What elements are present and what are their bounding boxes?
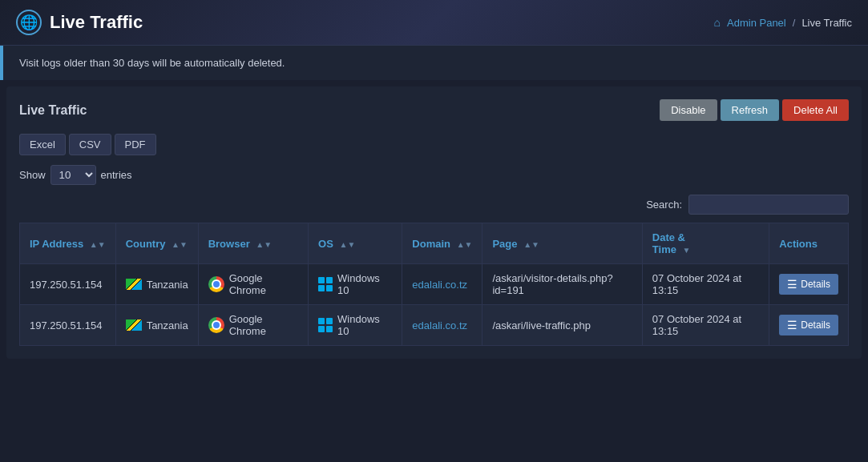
browser-name: Google Chrome [229,272,298,296]
col-page[interactable]: Page ▲▼ [482,223,642,264]
sort-icon-datetime: ▼ [683,246,691,255]
show-entries: Show 10 25 50 100 entries [19,165,849,185]
col-domain[interactable]: Domain ▲▼ [402,223,482,264]
breadcrumb: ⌂ Admin Panel / Live Traffic [714,16,852,29]
details-button[interactable]: ☰Details [779,315,838,335]
col-os-label: OS [318,238,333,250]
cell-country: Tanzania [115,305,198,346]
disable-button[interactable]: Disable [660,99,717,121]
header-left: 🌐 Live Traffic [16,10,143,35]
cell-domain: edalali.co.tz [402,305,482,346]
details-label: Details [801,279,830,290]
os-name: Windows 10 [337,313,392,337]
sort-icon-domain: ▲▼ [457,240,473,249]
info-banner: Visit logs older than 30 days will be au… [0,46,868,80]
sort-icon-page: ▲▼ [523,240,539,249]
delete-all-button[interactable]: Delete All [782,99,849,121]
page-header: 🌐 Live Traffic ⌂ Admin Panel / Live Traf… [0,0,868,46]
table-row: 197.250.51.154TanzaniaGoogle ChromeWindo… [20,305,849,346]
entries-label: entries [101,169,132,181]
sort-icon-country: ▲▼ [172,240,188,249]
cell-country: Tanzania [115,264,198,305]
breadcrumb-current: Live Traffic [801,17,852,29]
page-title: Live Traffic [50,12,143,33]
search-bar: Search: [19,195,849,215]
list-icon: ☰ [787,319,797,331]
cell-actions: ☰Details [769,264,849,305]
pdf-button[interactable]: PDF [115,134,156,155]
windows-icon [318,318,333,332]
cell-os: Windows 10 [309,305,402,346]
export-buttons: Excel CSV PDF [19,134,849,155]
breadcrumb-home-link[interactable]: Admin Panel [727,17,786,29]
cell-ip: 197.250.51.154 [20,264,116,305]
flag-icon [126,319,142,331]
col-browser[interactable]: Browser ▲▼ [198,223,308,264]
chrome-icon [208,276,224,292]
country-name: Tanzania [147,279,188,291]
col-ip[interactable]: IP Address ▲▼ [20,223,116,264]
cell-datetime: 07 October 2024 at 13:15 [642,264,769,305]
csv-button[interactable]: CSV [69,134,111,155]
cell-datetime: 07 October 2024 at 13:15 [642,305,769,346]
details-label: Details [801,319,830,331]
details-button[interactable]: ☰Details [779,274,838,295]
excel-button[interactable]: Excel [19,134,66,155]
home-icon: ⌂ [714,16,721,29]
cell-page: /askari/live-traffic.php [482,305,642,346]
col-os[interactable]: OS ▲▼ [309,223,402,264]
cell-page: /askari/visitor-details.php?id=191 [482,264,642,305]
cell-browser: Google Chrome [198,264,308,305]
col-actions-label: Actions [779,238,818,250]
col-ip-label: IP Address [30,238,83,250]
banner-message: Visit logs older than 30 days will be au… [19,57,285,69]
entries-select[interactable]: 10 25 50 100 [50,165,96,185]
chrome-icon [208,317,224,333]
col-browser-label: Browser [208,238,250,250]
search-input[interactable] [688,195,849,215]
windows-icon [318,277,333,291]
country-name: Tanzania [147,319,188,331]
sort-icon-ip: ▲▼ [90,240,106,249]
col-country[interactable]: Country ▲▼ [115,223,198,264]
col-page-label: Page [492,238,517,250]
col-datetime[interactable]: Date &Time ▼ [642,223,769,264]
globe-icon: 🌐 [16,10,42,35]
traffic-table: IP Address ▲▼ Country ▲▼ Browser ▲▼ OS ▲… [19,223,849,346]
col-country-label: Country [126,238,166,250]
sort-icon-os: ▲▼ [340,240,356,249]
cell-ip: 197.250.51.154 [20,305,116,346]
col-domain-label: Domain [412,238,450,250]
action-buttons: Disable Refresh Delete All [660,99,849,121]
col-datetime-label: Date &Time [652,231,685,255]
sort-icon-browser: ▲▼ [256,240,272,249]
cell-browser: Google Chrome [198,305,308,346]
col-actions: Actions [769,223,849,264]
table-row: 197.250.51.154TanzaniaGoogle ChromeWindo… [20,264,849,305]
show-label: Show [19,169,46,181]
breadcrumb-separator: / [793,17,796,29]
section-title: Live Traffic [19,103,87,118]
os-name: Windows 10 [337,272,392,296]
section-header: Live Traffic Disable Refresh Delete All [19,99,849,121]
search-label: Search: [646,199,682,211]
cell-actions: ☰Details [769,305,849,346]
refresh-button[interactable]: Refresh [721,99,780,121]
cell-os: Windows 10 [309,264,402,305]
flag-icon [126,279,142,290]
cell-domain: edalali.co.tz [402,264,482,305]
table-container: IP Address ▲▼ Country ▲▼ Browser ▲▼ OS ▲… [19,223,849,346]
browser-name: Google Chrome [229,313,298,337]
table-header-row: IP Address ▲▼ Country ▲▼ Browser ▲▼ OS ▲… [20,223,849,264]
main-content: Live Traffic Disable Refresh Delete All … [6,86,862,359]
list-icon: ☰ [787,278,797,291]
